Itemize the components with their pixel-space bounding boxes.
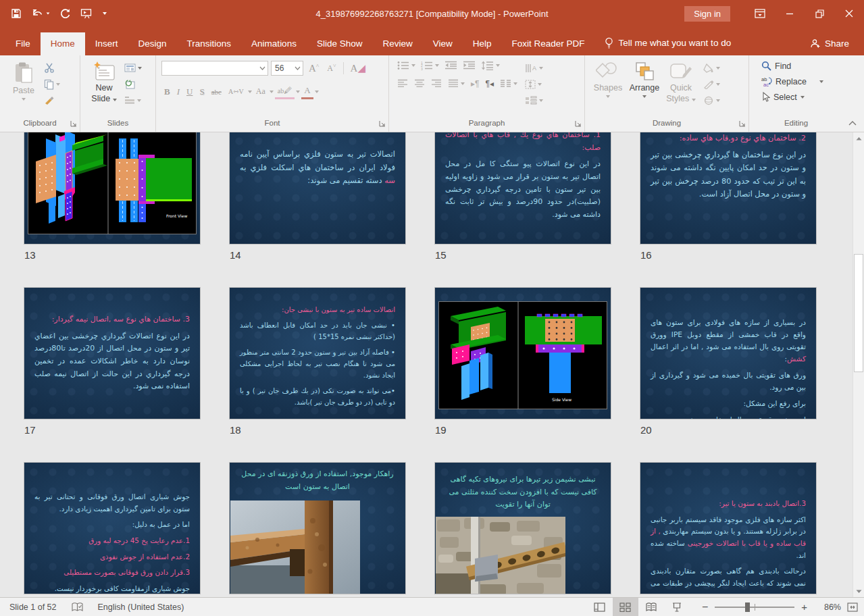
section-icon[interactable] — [124, 95, 142, 106]
align-left-icon[interactable] — [397, 78, 408, 89]
slide-thumbnail-18[interactable]: اتصالات ساده تیر به ستون با نبشی جان:• ن… — [229, 287, 406, 419]
drawing-dialog-launcher-icon[interactable] — [739, 120, 746, 127]
increase-font-size-icon[interactable]: A˄ — [306, 61, 322, 76]
tab-insert[interactable]: Insert — [85, 32, 128, 55]
underline-icon[interactable]: U — [184, 85, 195, 99]
slide-thumbnail-22[interactable]: راهکار موجود, استفاده از ورق ذوزنقه ای د… — [229, 462, 406, 594]
undo-icon[interactable] — [31, 9, 50, 18]
text-shadow-icon[interactable]: S — [197, 85, 207, 99]
start-slideshow-icon[interactable] — [80, 8, 93, 19]
slide-thumbnail-14[interactable]: اتصالات تیر به ستون فلزي براساس آیین نام… — [229, 132, 406, 245]
character-spacing-icon[interactable]: A⇿V — [226, 86, 247, 97]
tab-view[interactable]: View — [423, 32, 463, 55]
clear-formatting-icon[interactable]: A◢ — [348, 61, 368, 76]
language-indicator[interactable]: English (United States) — [98, 602, 184, 612]
undo-dropdown-icon[interactable] — [47, 12, 50, 14]
save-icon[interactable] — [11, 8, 22, 19]
shape-fill-icon[interactable] — [703, 62, 720, 74]
notes-icon[interactable] — [72, 602, 83, 612]
close-icon[interactable] — [834, 0, 864, 27]
numbering-icon[interactable]: 123 — [421, 59, 439, 71]
zoom-out-icon[interactable]: − — [702, 601, 708, 613]
scrollbar-thumb[interactable] — [854, 254, 863, 372]
text-direction-icon[interactable]: A — [525, 62, 543, 74]
align-center-icon[interactable] — [414, 78, 425, 89]
tell-me-box[interactable]: Tell me what you want to do — [595, 31, 741, 55]
sign-in-button[interactable]: Sign in — [684, 6, 730, 22]
quick-styles-button[interactable]: QuickStyles — [663, 59, 698, 104]
font-size-combobox[interactable]: 56 — [271, 61, 303, 76]
vertical-scrollbar[interactable] — [853, 132, 864, 597]
slide-thumbnail-15[interactable]: 1. ساختمان هاي نوع یك , قاب هاي با اتصال… — [434, 132, 611, 245]
slide-counter[interactable]: Slide 1 of 52 — [9, 602, 57, 612]
italic-icon[interactable]: I — [174, 85, 182, 99]
cut-icon[interactable] — [44, 62, 60, 74]
clipboard-dialog-launcher-icon[interactable] — [70, 120, 77, 127]
slide-thumbnail-21[interactable]: جوش شیاری اتصال ورق فوقانی و تحتانی تیر … — [24, 462, 201, 594]
new-slide-button[interactable]: NewSlide — [86, 59, 122, 104]
change-case-icon[interactable]: Aa — [253, 85, 268, 98]
redo-icon[interactable] — [59, 8, 71, 19]
fit-slide-to-window-icon[interactable] — [841, 598, 864, 616]
minimize-icon[interactable] — [775, 0, 805, 27]
align-right-icon[interactable] — [431, 78, 442, 89]
select-button[interactable]: Select — [759, 91, 807, 103]
columns-icon[interactable] — [500, 78, 517, 89]
font-name-dropdown-icon[interactable] — [257, 61, 268, 75]
zoom-in-icon[interactable]: + — [801, 601, 807, 613]
slide-thumbnail-23[interactable]: نبشی نشیمن زیر تیرها برای نیروهای تکیه گ… — [434, 462, 611, 594]
slide-thumbnail-16[interactable]: 2. ساختمان هاي نوع دو,قاب هاي ساده:در ای… — [640, 132, 817, 245]
shape-outline-icon[interactable] — [703, 78, 720, 90]
line-spacing-icon[interactable] — [481, 59, 500, 71]
increase-indent-icon[interactable] — [463, 59, 476, 71]
highlight-color-icon[interactable]: ab🖉 — [275, 84, 295, 99]
font-size-dropdown-icon[interactable] — [292, 61, 303, 75]
decrease-indent-icon[interactable] — [444, 59, 457, 71]
slide-thumbnail-24[interactable]: 3.اتصال بادبند به ستون یا تیر:اکثر سازه … — [640, 462, 817, 594]
replace-button[interactable]: abac Replace — [759, 75, 826, 88]
tab-help[interactable]: Help — [463, 32, 502, 55]
slideshow-view-icon[interactable] — [664, 598, 690, 616]
bold-icon[interactable]: B — [161, 85, 173, 99]
zoom-slider[interactable] — [715, 607, 794, 608]
reading-view-icon[interactable] — [638, 598, 664, 616]
tab-slide-show[interactable]: Slide Show — [307, 32, 373, 55]
scroll-down-icon[interactable] — [853, 586, 864, 597]
justify-icon[interactable] — [448, 78, 465, 89]
share-button[interactable]: Share — [795, 32, 864, 55]
font-color-icon[interactable]: A — [301, 84, 313, 99]
format-painter-icon[interactable] — [44, 95, 60, 106]
copy-icon[interactable] — [44, 78, 60, 90]
bullets-icon[interactable] — [397, 59, 415, 71]
slide-sorter-view-icon[interactable] — [613, 598, 638, 616]
tab-transitions[interactable]: Transitions — [177, 32, 242, 55]
restore-icon[interactable] — [805, 0, 834, 27]
slide-thumbnail-19[interactable]: Side View — [434, 287, 611, 419]
paragraph-dialog-launcher-icon[interactable] — [575, 120, 582, 127]
align-text-icon[interactable] — [525, 78, 543, 90]
tab-design[interactable]: Design — [128, 32, 177, 55]
tab-review[interactable]: Review — [372, 32, 422, 55]
decrease-font-size-icon[interactable]: A˅ — [324, 61, 338, 75]
zoom-slider-thumb[interactable] — [745, 602, 750, 612]
collapse-ribbon-icon[interactable] — [848, 120, 857, 126]
slide-thumbnail-20[interactable]: در بسیاری از سازه های فولادی برای ستون ه… — [640, 287, 817, 419]
tab-animations[interactable]: Animations — [241, 32, 307, 55]
slide-layout-icon[interactable] — [124, 62, 142, 74]
font-name-combobox[interactable] — [161, 61, 268, 76]
find-button[interactable]: Find — [759, 59, 794, 72]
zoom-percentage[interactable]: 86% — [814, 602, 841, 612]
normal-view-icon[interactable] — [587, 598, 613, 616]
convert-to-smartart-icon[interactable] — [525, 95, 543, 106]
scroll-up-icon[interactable] — [853, 132, 864, 144]
strikethrough-icon[interactable]: abc — [209, 86, 224, 97]
reset-slide-icon[interactable] — [124, 78, 142, 90]
shapes-button[interactable]: Shapes — [590, 59, 626, 98]
ribbon-display-options-icon[interactable] — [745, 0, 775, 27]
slide-thumbnail-17[interactable]: 3. ساختمان هاي نوع سه ,اتصال نیمه گیردار… — [24, 287, 201, 419]
arrange-button[interactable]: Arrange — [626, 59, 663, 98]
tab-home[interactable]: Home — [41, 32, 85, 55]
rtl-direction-icon[interactable]: ¶◂ — [485, 78, 493, 89]
ltr-direction-icon[interactable]: ▸¶ — [471, 78, 479, 89]
slide-thumbnail-13[interactable]: Front View — [24, 132, 201, 245]
